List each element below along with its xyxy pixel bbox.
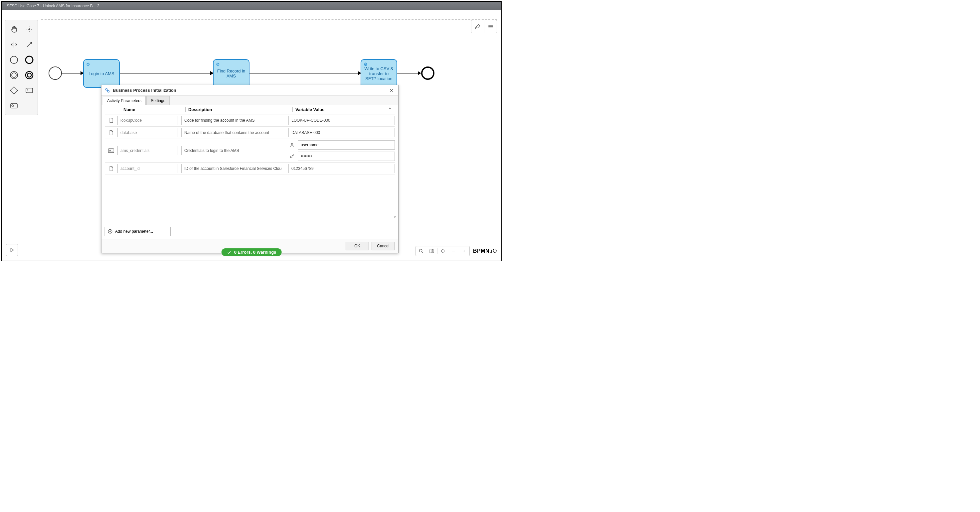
window-title: SFSC Use Case 7 - Unlock AMS for Insuran… [5,4,102,8]
canvas[interactable]: ⚙ Login to AMS ⚙ Find Record in AMS ⚙ Wr… [2,10,501,261]
svg-point-3 [12,73,16,78]
play-button[interactable] [6,244,18,256]
end-event-bold-tool-icon[interactable] [22,68,36,82]
space-tool-icon[interactable] [7,38,21,52]
param-row-credential [105,139,395,163]
lane-divider [41,19,497,20]
svg-point-12 [108,90,110,92]
param-row [105,114,395,127]
col-value: Variable Value [293,107,385,112]
plus-circle-icon [108,229,113,234]
password-field[interactable] [298,152,395,161]
view-toolbar [471,20,497,33]
task-login[interactable]: ⚙ Login to AMS [83,59,120,88]
param-row [105,163,395,175]
document-icon [105,166,118,171]
param-desc[interactable] [181,128,285,137]
sequence-flow[interactable] [120,73,212,73]
param-name[interactable] [118,146,178,155]
svg-point-0 [10,56,18,63]
brush-icon[interactable] [471,20,484,33]
gear-icon: ⚙ [84,60,92,68]
col-name: Name [121,107,185,112]
intermediate-event-tool-icon[interactable] [22,53,36,67]
zoom-in-icon[interactable] [459,246,469,256]
close-icon[interactable]: ✕ [388,87,395,94]
param-row [105,127,395,139]
user-icon [288,142,296,147]
task-label: Find Record in AMS [216,68,247,78]
ok-button[interactable]: OK [346,242,369,250]
status-pill[interactable]: 0 Errors, 0 Warnings [221,248,282,256]
cancel-button[interactable]: Cancel [372,242,395,250]
param-name[interactable] [118,128,178,137]
hand-tool-icon[interactable] [7,22,21,36]
dialog-business-process-init: Business Process Initialization ✕ Activi… [101,85,399,254]
add-parameter-label: Add new parameter... [115,229,153,234]
task-write-csv[interactable]: ⚙ Write to CSV & transfer to SFTP locati… [361,59,397,88]
param-value[interactable] [288,128,395,137]
key-icon [288,154,296,159]
sequence-flow[interactable] [250,73,359,73]
end-event[interactable] [421,67,434,80]
svg-point-15 [291,143,293,145]
param-value[interactable] [288,116,395,125]
param-desc[interactable] [181,164,285,173]
start-event[interactable] [49,67,62,80]
connect-tool-icon[interactable] [22,38,36,52]
document-icon [105,130,118,136]
search-icon[interactable] [416,246,426,256]
process-icon [105,88,110,93]
param-name[interactable] [118,164,178,173]
task-tool-icon[interactable] [22,84,36,97]
chevron-down-icon[interactable]: ˅ [393,216,396,222]
start-event-tool-icon[interactable] [7,53,21,67]
task-label: Write to CSV & transfer to SFTP location [363,66,395,81]
minimap-icon[interactable] [426,246,437,256]
tab-strip: Activity Parameters Settings [102,96,398,105]
svg-point-16 [290,156,292,158]
arrowhead-icon [418,71,421,75]
task-label: Login to AMS [89,71,114,76]
svg-point-18 [420,249,422,252]
add-parameter-button[interactable]: Add new parameter... [104,227,171,236]
zoom-out-icon[interactable] [448,246,459,256]
gear-icon: ⚙ [362,60,369,68]
service-task-tool-icon[interactable] [7,99,21,113]
tab-settings[interactable]: Settings [146,96,169,105]
svg-point-14 [110,150,111,151]
svg-point-10 [12,105,14,107]
window-titlebar: SFSC Use Case 7 - Unlock AMS for Insuran… [2,2,501,10]
gateway-tool-icon[interactable] [7,84,21,97]
sequence-flow[interactable] [62,73,82,73]
task-find-record[interactable]: ⚙ Find Record in AMS [213,59,250,88]
col-description: Description [185,107,293,112]
tool-palette [5,20,38,115]
param-desc[interactable] [181,146,285,155]
fit-icon[interactable] [438,246,448,256]
tab-activity-parameters[interactable]: Activity Parameters [103,96,146,105]
table-header: Name Description Variable Value ˄ [105,105,395,114]
lasso-tool-icon[interactable] [22,22,36,36]
bottom-right-nav: BPMN.iO [415,246,497,256]
svg-rect-6 [10,87,18,94]
credential-icon [105,147,118,154]
svg-point-5 [27,73,31,77]
sequence-flow[interactable] [397,73,419,73]
param-desc[interactable] [181,116,285,125]
param-name[interactable] [118,116,178,125]
param-value[interactable] [288,164,395,173]
svg-point-1 [25,56,33,63]
svg-point-8 [27,89,28,90]
chevron-up-icon[interactable]: ˄ [385,107,395,112]
svg-point-11 [106,89,107,90]
menu-icon[interactable] [484,20,496,33]
dialog-title: Business Process Initialization [113,88,176,93]
gear-icon: ⚙ [214,60,221,68]
document-icon [105,117,118,124]
check-icon [227,250,232,255]
end-event-thin-tool-icon[interactable] [7,68,21,82]
bpmn-logo: BPMN.iO [473,248,497,254]
parameters-body: ˅ [102,114,398,224]
username-field[interactable] [298,140,395,150]
